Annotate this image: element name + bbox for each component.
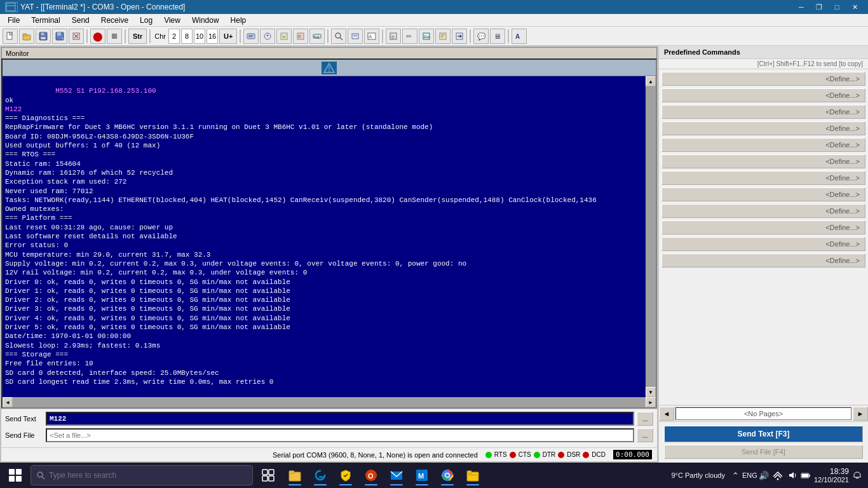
toolbar-num-2[interactable]: 2 <box>168 29 180 44</box>
monitor-label: Monitor <box>1 47 657 58</box>
toolbar-font-button[interactable]: A <box>512 29 527 44</box>
scroll-down-btn[interactable]: ▼ <box>646 387 656 397</box>
send-file-dots-button[interactable]: ... <box>637 428 653 442</box>
toolbar-icon-14[interactable]: ✏ <box>402 29 417 44</box>
maximize-button[interactable]: □ <box>829 1 845 13</box>
hscroll-track[interactable] <box>13 397 646 407</box>
prev-page-btn[interactable]: ◄ <box>659 407 674 421</box>
speaker-icon[interactable] <box>786 470 797 481</box>
terminal-area[interactable]: M552 S1 P192.168.253.100 ok M122 === Dia… <box>3 76 656 397</box>
toolbar-stop-red[interactable]: ⬤ <box>90 29 105 44</box>
toolbar-stop[interactable]: ⏹ <box>107 29 122 44</box>
menu-help[interactable]: Help <box>226 15 252 26</box>
hscroll-right-btn[interactable]: ► <box>646 397 656 407</box>
toolbar-icon-19[interactable]: 🖥 <box>490 29 505 44</box>
menu-file[interactable]: File <box>3 15 25 26</box>
battery-icon[interactable] <box>800 470 811 481</box>
menu-view[interactable]: View <box>159 15 186 26</box>
main-area: Monitor M552 S1 P192.168.253.100 ok M122… <box>0 46 868 463</box>
taskbar-mail[interactable] <box>385 464 408 487</box>
svg-rect-15 <box>247 34 255 39</box>
toolbar-close[interactable] <box>69 29 84 44</box>
svg-text:🖥: 🖥 <box>494 32 501 40</box>
taskbar-store[interactable]: M <box>410 464 433 487</box>
dcd-label: DCD <box>592 451 606 458</box>
toolbar-icon-17[interactable] <box>452 29 467 44</box>
toolbar-open[interactable] <box>19 29 34 44</box>
svg-rect-52 <box>269 476 274 481</box>
toolbar-icon-7[interactable]: txt <box>276 29 292 44</box>
toolbar-num-8[interactable]: 8 <box>181 29 193 44</box>
predef-btn-6[interactable]: <Define...> <box>661 154 865 168</box>
taskbar-edge[interactable] <box>309 464 332 487</box>
toolbar-num-16[interactable]: 16 <box>207 29 218 44</box>
send-text-dots-button[interactable]: ... <box>637 412 653 426</box>
predef-btn-5[interactable]: <Define...> <box>661 138 865 152</box>
rts-indicator <box>485 452 492 458</box>
clock[interactable]: 18:39 12/10/2021 <box>814 467 849 484</box>
toolbar-icon-13[interactable]: ◎ <box>386 29 401 44</box>
toolbar-icon-5[interactable] <box>243 29 259 44</box>
security-icon <box>339 468 353 482</box>
toolbar-icon-6[interactable] <box>260 29 275 44</box>
predef-btn-9[interactable]: <Define...> <box>661 204 865 218</box>
minimize-button[interactable]: ─ <box>793 1 810 13</box>
svg-text:A: A <box>515 33 520 40</box>
taskbar-office[interactable]: O <box>360 464 383 487</box>
menu-terminal[interactable]: Terminal <box>26 15 65 26</box>
predef-btn-8[interactable]: <Define...> <box>661 187 865 201</box>
toolbar-icon-16[interactable] <box>435 29 451 44</box>
scroll-track[interactable] <box>646 86 656 387</box>
send-text-button[interactable]: Send Text [F3] <box>664 426 863 442</box>
close-button[interactable]: ✕ <box>846 1 863 13</box>
menu-window[interactable]: Window <box>187 15 224 26</box>
toolbar-icon-9[interactable]: log <box>309 29 325 44</box>
toolbar-saveas[interactable]: + <box>52 29 67 44</box>
toolbar-icon-15[interactable]: Esc <box>419 29 434 44</box>
predef-btn-3[interactable]: <Define...> <box>661 105 865 119</box>
send-file-input[interactable] <box>46 428 634 442</box>
toolbar-icon-18[interactable]: 💬 <box>473 29 489 44</box>
restore-button[interactable]: ❐ <box>811 1 827 13</box>
menu-send[interactable]: Send <box>67 15 95 26</box>
taskbar-file-manager[interactable] <box>283 464 306 487</box>
svg-line-27 <box>340 37 342 40</box>
volume-icon[interactable]: 🔊 <box>758 470 770 481</box>
svg-rect-54 <box>289 471 294 473</box>
language-icon[interactable]: ENG <box>744 470 756 481</box>
toolbar-save[interactable] <box>36 29 51 44</box>
notifications-icon[interactable] <box>851 470 863 481</box>
predef-btn-10[interactable]: <Define...> <box>661 220 865 234</box>
predef-btn-2[interactable]: <Define...> <box>661 88 865 102</box>
toolbar-icon-8[interactable]: R <box>293 29 308 44</box>
predef-btn-4[interactable]: <Define...> <box>661 121 865 135</box>
predef-btn-1[interactable]: <Define...> <box>661 72 865 86</box>
toolbar-icon-11[interactable] <box>348 29 363 44</box>
search-input[interactable] <box>49 471 247 480</box>
menu-log[interactable]: Log <box>135 15 158 26</box>
taskbar-explorer[interactable] <box>461 464 484 487</box>
taskbar-chrome[interactable] <box>436 464 459 487</box>
hscroll-left-btn[interactable]: ◄ <box>3 397 13 407</box>
show-hidden-icons[interactable]: ⌃ <box>730 470 742 481</box>
search-bar[interactable] <box>31 465 253 485</box>
send-text-input[interactable] <box>46 412 634 426</box>
taskbar-security[interactable] <box>334 464 357 487</box>
taskbar-task-view[interactable] <box>255 464 281 487</box>
predef-btn-12[interactable]: <Define...> <box>661 254 865 268</box>
toolbar-icon-10[interactable] <box>331 29 346 44</box>
task-view-icon <box>262 469 275 482</box>
toolbar-num-10[interactable]: 10 <box>194 29 205 44</box>
predef-btn-7[interactable]: <Define...> <box>661 171 865 185</box>
scroll-up-btn[interactable]: ▲ <box>646 76 656 86</box>
toolbar-str-button[interactable]: Str <box>128 29 147 44</box>
next-page-btn[interactable]: ► <box>853 407 868 421</box>
toolbar-new[interactable] <box>3 29 18 44</box>
right-send-area: Send Text [F3] Send File [F4] <box>659 421 868 463</box>
start-button[interactable] <box>3 464 28 487</box>
network-icon[interactable] <box>772 470 783 481</box>
toolbar-icon-12[interactable]: A <box>364 29 379 44</box>
predef-btn-11[interactable]: <Define...> <box>661 237 865 251</box>
toolbar-uplus-button[interactable]: U+ <box>219 29 237 44</box>
menu-receive[interactable]: Receive <box>96 15 133 26</box>
